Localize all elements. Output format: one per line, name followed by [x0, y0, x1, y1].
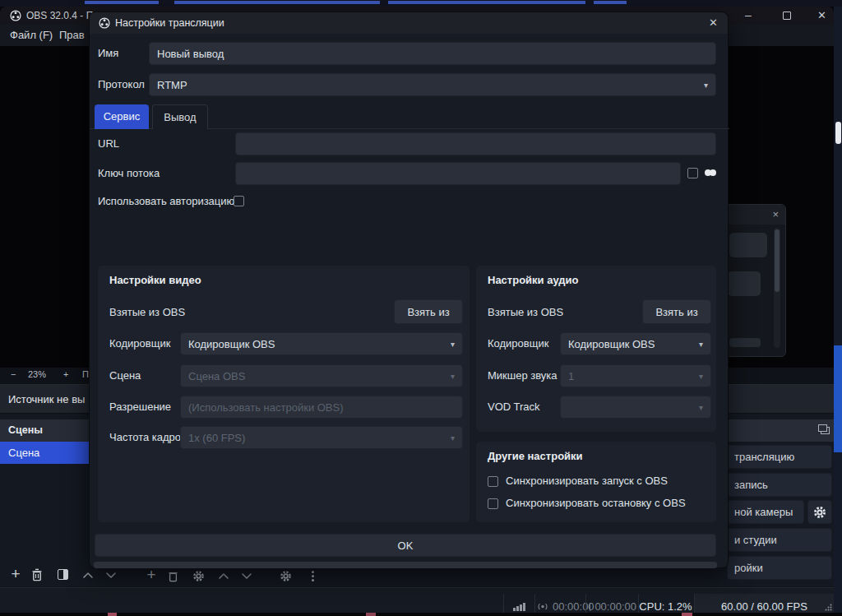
- source-move-up-icon[interactable]: [217, 571, 230, 581]
- screen: OBS 32.0.4 - П – ✕ Файл (F) Прав − 23% +…: [0, 0, 842, 616]
- studio-mode-button[interactable]: и студии: [727, 528, 832, 552]
- video-encoder-label: Кодировщик: [109, 332, 170, 355]
- sync-start-label: Синхронизировать запуск с OBS: [506, 471, 668, 491]
- edge-blue-content: [834, 345, 842, 452]
- stream-settings-dialog: Настройки трансляции ✕ Имя Протокол RTMP…: [89, 12, 729, 568]
- audio-mixer-select[interactable]: 1 ▾: [560, 364, 711, 387]
- url-label: URL: [98, 132, 119, 155]
- zoom-level-label: 23%: [28, 369, 46, 379]
- video-settings-group: Настройки видео Взятые из OBS Взять из К…: [98, 266, 470, 522]
- bottom-strip-mark: [366, 613, 376, 616]
- window-close-button[interactable]: ✕: [810, 7, 834, 25]
- tab-service[interactable]: Сервис: [95, 104, 149, 129]
- video-fps-select[interactable]: 1x (60 FPS) ▾: [180, 426, 463, 449]
- video-encoder-select[interactable]: Кодировщик OBS ▾: [180, 332, 463, 355]
- source-properties-gear-icon[interactable]: [192, 569, 205, 582]
- menu-file[interactable]: Файл (F): [10, 25, 53, 46]
- show-password-icon[interactable]: [703, 168, 718, 178]
- video-scene-select[interactable]: Сцена OBS ▾: [180, 364, 463, 387]
- video-resolution-label: Разрешение: [109, 396, 171, 419]
- vod-track-select[interactable]: ▾: [560, 396, 711, 419]
- remove-source-button[interactable]: [166, 569, 179, 582]
- chevron-down-icon: ▾: [451, 372, 455, 381]
- start-recording-button[interactable]: запись: [727, 473, 832, 497]
- audio-take-from-button[interactable]: Взять из: [642, 299, 711, 324]
- dialog-resize-strip[interactable]: [94, 562, 717, 568]
- menu-edit[interactable]: Прав: [59, 25, 85, 46]
- protocol-label: Протокол: [98, 73, 145, 96]
- background-app-strip: [0, 0, 842, 7]
- main-window-title: OBS 32.0.4 - П: [26, 7, 93, 25]
- video-take-from-label: Взять из: [407, 306, 449, 318]
- float-panel-close-button[interactable]: ×: [772, 205, 779, 225]
- settings-button[interactable]: ройки: [727, 556, 832, 580]
- protocol-value: RTMP: [157, 79, 187, 91]
- show-key-checkbox[interactable]: [687, 168, 698, 178]
- cpu-value: CPU: 1.2%: [639, 600, 692, 613]
- chevron-down-icon: ▾: [699, 372, 703, 381]
- tab-output-label: Вывод: [164, 111, 196, 123]
- float-panel-button-shape: [729, 233, 767, 257]
- start-recording-label: запись: [734, 479, 768, 491]
- float-panel-button-shape: [729, 338, 761, 347]
- dialog-close-button[interactable]: ✕: [709, 12, 718, 34]
- audio-take-from-label: Взять из: [655, 306, 697, 318]
- ok-button[interactable]: OK: [95, 534, 716, 557]
- audio-mixer-value: 1: [568, 370, 574, 382]
- video-take-from-button[interactable]: Взять из: [394, 299, 463, 324]
- start-streaming-button[interactable]: трансляцию: [727, 445, 832, 469]
- audio-encoder-select[interactable]: Кодировщик OBS ▾: [560, 332, 711, 355]
- window-resize-grip[interactable]: [824, 603, 832, 611]
- chevron-down-icon: ▾: [699, 340, 703, 349]
- virtual-camera-label: ной камеры: [734, 506, 793, 518]
- mixer-gear-icon[interactable]: [279, 569, 292, 582]
- add-source-button[interactable]: +: [144, 567, 159, 583]
- stream-key-input[interactable]: [235, 162, 681, 185]
- chevron-down-icon: ▾: [451, 433, 455, 442]
- zoom-in-button[interactable]: +: [63, 369, 68, 379]
- sync-stop-checkbox[interactable]: [488, 498, 498, 509]
- virtual-camera-button[interactable]: ной камеры: [727, 500, 804, 524]
- bottom-strip-mark: [108, 613, 117, 616]
- background-link-remnant: [85, 1, 159, 4]
- audio-encoder-label: Кодировщик: [488, 332, 548, 355]
- zoom-out-button[interactable]: −: [11, 369, 16, 379]
- source-move-down-icon[interactable]: [240, 571, 253, 581]
- scene-filters-icon[interactable]: [57, 568, 69, 581]
- video-resolution-input[interactable]: [180, 396, 463, 419]
- audio-from-obs-label: Взятые из OBS: [488, 300, 563, 325]
- tab-strip: Сервис Вывод: [90, 104, 729, 129]
- scene-move-up-icon[interactable]: [81, 570, 95, 580]
- scene-move-down-icon[interactable]: [104, 570, 118, 580]
- kebab-menu-icon[interactable]: [308, 569, 317, 582]
- video-group-title: Настройки видео: [109, 274, 201, 286]
- window-minimize-button[interactable]: –: [736, 7, 761, 25]
- sync-start-checkbox[interactable]: [488, 476, 498, 487]
- chevron-down-icon: ▾: [451, 340, 455, 349]
- remove-scene-button[interactable]: [30, 567, 44, 581]
- add-scene-button[interactable]: +: [8, 566, 23, 582]
- use-auth-label: Использовать авторизацию: [98, 192, 234, 211]
- chevron-down-icon: ▾: [699, 403, 703, 412]
- audio-settings-group: Настройки аудио Взятые из OBS Взять из К…: [476, 266, 716, 432]
- name-input[interactable]: [149, 42, 716, 65]
- zoom-bar-more-label: П: [82, 369, 89, 379]
- audio-group-title: Настройки аудио: [488, 274, 579, 286]
- use-auth-checkbox[interactable]: [234, 196, 244, 206]
- chevron-down-icon: ▾: [704, 81, 708, 90]
- background-right-edge-strip: [834, 7, 842, 613]
- tab-service-label: Сервис: [104, 110, 141, 123]
- url-input[interactable]: [235, 132, 716, 155]
- background-link-remnant: [174, 1, 380, 4]
- dock-float-icon[interactable]: [820, 425, 830, 436]
- protocol-select[interactable]: RTMP ▾: [149, 73, 716, 96]
- name-label: Имя: [98, 42, 118, 65]
- other-group-title: Другие настройки: [488, 450, 583, 462]
- window-maximize-button[interactable]: [775, 7, 799, 25]
- video-from-obs-label: Взятые из OBS: [109, 300, 185, 325]
- tab-output[interactable]: Вывод: [152, 104, 208, 129]
- dialog-title: Настройки трансляции: [115, 12, 224, 34]
- float-panel-scrollbar[interactable]: [774, 228, 780, 348]
- virtual-camera-config-button[interactable]: [807, 500, 832, 524]
- float-panel-scrollbar-thumb[interactable]: [775, 229, 780, 292]
